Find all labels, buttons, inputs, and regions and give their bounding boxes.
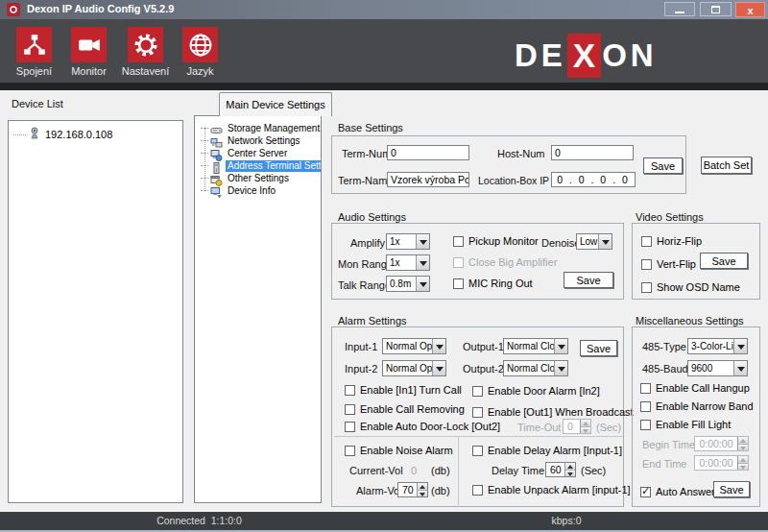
enable-in1-turn-call-checkbox[interactable]: Enable [In1] Turn Call [345, 384, 462, 396]
enable-narrow-band-checkbox[interactable]: Enable Narrow Band [640, 400, 754, 412]
alarm-vol-spinner[interactable]: 70 [397, 482, 428, 497]
enable-door-alarm-checkbox[interactable]: Enable Door Alarm [In2] [472, 385, 600, 397]
enable-noise-alarm-checkbox[interactable]: Enable Noise Alarm [345, 445, 453, 456]
input2-value: Normal Open [383, 361, 432, 375]
toolbar-button-settings[interactable]: Nastavení [128, 27, 163, 77]
tree-item-other-settings[interactable]: Other Settings [201, 172, 291, 184]
spinner-arrows[interactable] [564, 463, 575, 476]
enable-fill-light-checkbox[interactable]: Enable Fill Light [640, 419, 731, 430]
toolbar-button-monitor[interactable]: Monitor [71, 27, 107, 77]
app-window: Dexon IP Audio Config V5.2.9 Spojení Mon… [0, 0, 768, 532]
location-box-ip-input[interactable]: 0 . 0 . 0 . 0 [551, 172, 636, 187]
alarm-save-button[interactable]: Save [580, 340, 617, 356]
tree-connector [201, 153, 208, 154]
input1-select[interactable]: Normal Open [382, 338, 446, 354]
alarm-settings-group: Input-1 Normal Open Output-1 Normal Clos… [331, 326, 624, 507]
enable-out1-when-broadcast-checkbox[interactable]: Enable [Out1] When Broadcast [472, 406, 634, 418]
dropdown-arrow-icon[interactable] [554, 361, 567, 375]
alarm-vol-value: 70 [398, 483, 417, 496]
video-save-button[interactable]: Save [700, 253, 748, 269]
base-settings-title: Base Settings [338, 122, 403, 133]
spinner-arrows [580, 420, 590, 433]
show-osd-name-checkbox[interactable]: Show OSD Name [641, 281, 740, 293]
device-list-item[interactable]: 192.168.0.108 [13, 126, 112, 143]
begin-time-label: Begin Time [642, 439, 695, 450]
device-icon [28, 126, 41, 143]
minimize-button[interactable] [664, 2, 695, 16]
batch-set-button[interactable]: Batch Set [701, 157, 752, 174]
audio-settings-title: Audio Settings [338, 211, 406, 223]
checkbox-label: Enable Narrow Band [656, 400, 754, 412]
dropdown-arrow-icon[interactable] [416, 255, 429, 270]
toolbar-button-connection[interactable]: Spojení [16, 27, 52, 77]
output2-value: Normal Close [504, 361, 554, 375]
485-type-select[interactable]: 3-Color-Light [687, 338, 748, 354]
auto-answer-checkbox[interactable]: Auto Answer [640, 486, 715, 497]
checkbox-box [640, 401, 651, 412]
term-name-input[interactable]: Vzorek výroba PoE + a [387, 172, 469, 187]
misc-settings-group: 485-Type 3-Color-Light 485-Baud 9600 Ena… [632, 326, 760, 507]
dropdown-arrow-icon[interactable] [416, 234, 429, 249]
dropdown-arrow-icon[interactable] [432, 361, 445, 375]
denoise-select[interactable]: Low [576, 233, 612, 250]
misc-save-button[interactable]: Save [713, 481, 750, 497]
base-save-button[interactable]: Save [643, 157, 683, 174]
audio-save-button[interactable]: Save [564, 272, 613, 288]
tab-main-device-settings[interactable]: Main Device Settings [219, 92, 332, 116]
current-vol-unit: (db) [431, 465, 450, 476]
mon-range-select[interactable]: 1x [386, 254, 430, 271]
checkbox-label: Enable [Out1] When Broadcast [488, 406, 634, 418]
end-time-value: 0:00:00 [695, 456, 737, 470]
checkbox-label: Auto Answer [656, 486, 715, 497]
delay-time-unit: (Sec) [581, 465, 606, 476]
dropdown-arrow-icon[interactable] [554, 339, 567, 353]
close-button[interactable] [735, 2, 765, 17]
tab-label: Main Device Settings [226, 99, 324, 110]
toolbar-button-language[interactable]: Jazyk [182, 27, 218, 77]
dropdown-arrow-icon[interactable] [733, 361, 747, 375]
output1-value: Normal Close [504, 339, 554, 353]
spinner-arrows [737, 437, 748, 450]
tree-item-network-settings[interactable]: Network Settings [201, 134, 302, 147]
tree-item-storage-management[interactable]: Storage Management [201, 122, 322, 134]
term-num-input[interactable]: 0 [387, 145, 469, 160]
pickup-monitor-checkbox[interactable]: Pickup Monitor [453, 235, 539, 247]
talk-range-select[interactable]: 0.8m [386, 276, 430, 292]
485-baud-select[interactable]: 9600 [687, 360, 748, 376]
input1-value: Normal Open [383, 339, 432, 353]
enable-auto-door-lock-checkbox[interactable]: Enable Auto Door-Lock [Out2] [345, 421, 500, 432]
title-bar[interactable]: Dexon IP Audio Config V5.2.9 [0, 0, 768, 19]
checkbox-label: Show OSD Name [657, 281, 740, 293]
enable-delay-alarm-checkbox[interactable]: Enable Delay Alarm [Input-1] [472, 445, 622, 456]
dropdown-arrow-icon[interactable] [416, 277, 429, 291]
location-box-ip-label: Location-Box IP [478, 175, 549, 186]
enable-call-hangup-checkbox[interactable]: Enable Call Hangup [640, 382, 750, 394]
window-title: Dexon IP Audio Config V5.2.9 [27, 3, 174, 14]
spinner-arrows[interactable] [417, 483, 427, 496]
vert-flip-checkbox[interactable]: Vert-Flip [641, 258, 696, 270]
connection-status: Connected 1:1:0:0 [120, 515, 278, 526]
output1-select[interactable]: Normal Close [503, 338, 568, 354]
logo-x-block: X [567, 34, 601, 78]
checkbox-box [640, 420, 651, 430]
checkbox-box [472, 446, 483, 456]
dropdown-arrow-icon[interactable] [432, 339, 445, 353]
amplify-select[interactable]: 1x [386, 233, 430, 250]
tree-item-device-info[interactable]: Device Info [201, 184, 277, 197]
tree-item-center-server[interactable]: Center Server [201, 147, 289, 159]
checkbox-label: Enable Auto Door-Lock [Out2] [360, 421, 500, 432]
mic-ring-out-checkbox[interactable]: MIC Ring Out [453, 278, 533, 289]
host-num-input[interactable]: 0 [551, 145, 634, 160]
output2-select[interactable]: Normal Close [503, 360, 568, 376]
enable-unpack-alarm-checkbox[interactable]: Enable Unpack Alarm [input-1] [472, 484, 631, 496]
horiz-flip-checkbox[interactable]: Horiz-Flip [641, 235, 702, 247]
delay-time-spinner[interactable]: 60 [545, 462, 576, 477]
input2-select[interactable]: Normal Open [382, 360, 446, 376]
dropdown-arrow-icon[interactable] [733, 339, 747, 353]
checkbox-box [640, 383, 651, 394]
toolbar-button-label: Monitor [71, 65, 107, 77]
tree-item-address-terminal-settings[interactable]: Address Terminal Settings [201, 159, 322, 172]
enable-call-removing-checkbox[interactable]: Enable Call Removing [345, 403, 465, 415]
dropdown-arrow-icon[interactable] [598, 234, 612, 249]
maximize-button[interactable] [700, 2, 732, 16]
